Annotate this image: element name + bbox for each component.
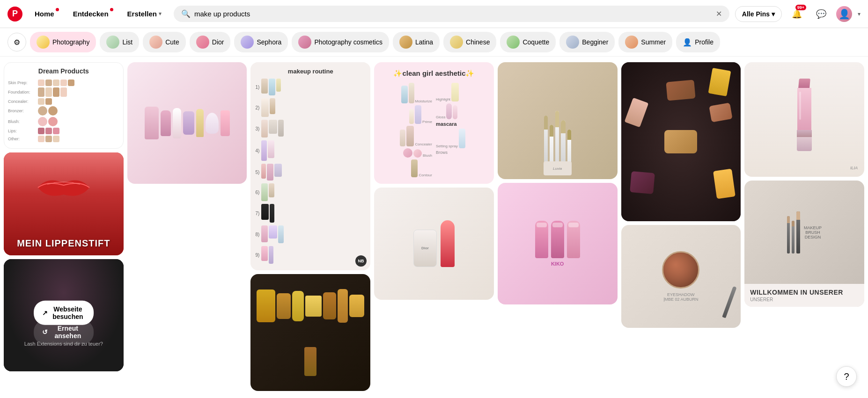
dp-row-lips: Lips: (8, 128, 119, 134)
begginer-chip-label: Begginer (582, 38, 608, 46)
avatar[interactable]: 👤 (836, 6, 852, 22)
chinese-chip-label: Chinese (466, 38, 490, 46)
dp-items-bronzer (38, 106, 58, 116)
chip-list[interactable]: List (100, 32, 139, 52)
photocosm-chip-icon (298, 36, 311, 49)
search-input[interactable] (194, 10, 712, 18)
photography-chip-label: Photography (52, 38, 89, 46)
search-clear-button[interactable]: ✕ (716, 9, 722, 18)
dp-items-foundation (38, 87, 67, 97)
dp-item (53, 87, 59, 97)
pins-grid: Dream Products Skin Prep: Foundation: (4, 62, 864, 391)
cute-chip-label: Cute (165, 38, 179, 46)
dp-item (45, 80, 52, 86)
home-dot (56, 8, 59, 11)
pin-card[interactable]: MEIN LIPPENSTIFT (4, 152, 124, 255)
pin-card[interactable] (127, 62, 247, 184)
pin-card[interactable]: EYESHADOW|MBE 02 AUBURN 35,5€ 25€ (621, 225, 741, 328)
header: P Home Entdecken Erstellen ▾ 🔍 ✕ Alle Pi… (0, 0, 868, 28)
chip-photography[interactable]: Photography (30, 32, 96, 52)
dp-row-concealer: Concealer: (8, 98, 119, 105)
pin-card[interactable]: KIKO (498, 183, 618, 304)
dp-label-blush: Blush: (8, 119, 36, 124)
dp-items-blush (38, 117, 58, 126)
pin-card[interactable] (250, 274, 370, 391)
pin-card-begginer[interactable]: MAKEUPBRUSHDESIGN WILLKOMMEN IN UNSERER … (744, 181, 864, 307)
dp-items-lips (38, 128, 59, 134)
photography-chip-icon (37, 36, 50, 49)
dp-item (60, 87, 67, 97)
sliders-icon: ⚙ (14, 38, 20, 47)
pin-card-brushes[interactable]: Luvia Anzeige von Luvia Cosmetics ··· (498, 62, 618, 179)
messages-button[interactable]: 💬 (812, 5, 831, 23)
chip-chinese[interactable]: Chinese (443, 32, 496, 52)
help-button[interactable]: ? (836, 366, 857, 387)
dp-item (38, 117, 47, 126)
nav-home-label: Home (35, 10, 54, 18)
pin-card-lipstick[interactable]: ILIA (744, 62, 864, 177)
chip-summer[interactable]: Summer (618, 32, 672, 52)
summer-chip-label: Summer (641, 38, 666, 46)
dp-row-foundation: Foundation: (8, 87, 119, 97)
pin-card-scattered[interactable] (621, 62, 741, 221)
dp-label-foundation: Foundation: (8, 90, 36, 94)
nav-erstellen[interactable]: Erstellen ▾ (121, 6, 168, 22)
chip-coquette[interactable]: Coquette (500, 32, 556, 52)
nav-home[interactable]: Home (28, 6, 61, 22)
dp-row-blush: Blush: (8, 117, 119, 126)
list-chip-icon (106, 36, 119, 49)
nav-erstellen-label: Erstellen (127, 10, 157, 18)
coquette-chip-icon (507, 36, 520, 49)
alle-pins-label: Alle Pins (742, 10, 770, 18)
dp-row-bronzer: Bronzer: (8, 106, 119, 116)
chip-dior[interactable]: Dior (190, 32, 231, 52)
nav-entdecken-label: Entdecken (73, 10, 109, 18)
chip-sephora[interactable]: Sephora (234, 32, 288, 52)
pin-card-clean-girl[interactable]: ✨clean girl aesthetic✨ Moisturize Prime (374, 62, 494, 184)
nav-entdecken[interactable]: Entdecken (66, 6, 115, 22)
visit-label: Webseite besuchen (51, 305, 85, 320)
dp-item (38, 87, 44, 97)
dp-item (68, 80, 74, 86)
search-icon: 🔍 (181, 9, 191, 18)
dp-label-lips: Lips: (8, 129, 36, 133)
dp-row-skinprep: Skin Prep: (8, 80, 119, 86)
bell-icon: 🔔 (792, 9, 802, 19)
chip-latina[interactable]: Latina (393, 32, 440, 52)
latina-chip-icon (399, 36, 412, 49)
promo-label: Lash Extensions sind dir zu teuer? (24, 341, 103, 347)
dior-chip-label: Dior (212, 38, 224, 46)
dp-item (48, 117, 58, 126)
chip-cute[interactable]: Cute (143, 32, 186, 52)
dream-products-title: Dream Products (4, 63, 123, 78)
dp-item (53, 80, 59, 86)
chip-photocosm[interactable]: Photography cosmetics (292, 32, 389, 52)
chip-profile[interactable]: 👤 Profile (676, 32, 720, 52)
entdecken-dot (110, 8, 113, 11)
logo[interactable]: P (7, 7, 22, 22)
pin-card[interactable]: Dream Products Skin Prep: Foundation: (4, 62, 124, 149)
notification-badge: 99+ (795, 5, 806, 10)
pin-card-video[interactable]: 0:20 ↗ Webseite besuchen ↺ Erneut ansehe… (4, 259, 124, 371)
replay-icon: ↺ (42, 328, 48, 336)
list-chip-label: List (122, 38, 132, 46)
promo-text: Lash Extensions sind dir zu teuer? (4, 340, 124, 347)
pin-card[interactable]: Dior (374, 188, 494, 300)
question-mark-icon: ? (844, 371, 849, 382)
arrow-icon: ↗ (42, 309, 48, 317)
dp-item (38, 128, 44, 134)
alle-pins-button[interactable]: Alle Pins ▾ (735, 6, 782, 22)
notification-button[interactable]: 🔔 99+ (787, 5, 806, 23)
replay-label: Erneut ansehen (51, 325, 85, 340)
chip-begginer[interactable]: Begginer (559, 32, 615, 52)
summer-chip-icon (625, 36, 638, 49)
dp-row-other: Other: (8, 136, 119, 142)
dp-item (38, 106, 47, 116)
pin-card-routine[interactable]: makeup routine 1) 2) (250, 62, 370, 270)
dp-items-concealer (38, 98, 52, 105)
dp-item (45, 87, 52, 97)
dp-label-other: Other: (8, 137, 36, 141)
filter-settings-button[interactable]: ⚙ (7, 33, 26, 51)
profile-chip-label: Profile (695, 38, 714, 46)
dp-item (60, 80, 67, 86)
